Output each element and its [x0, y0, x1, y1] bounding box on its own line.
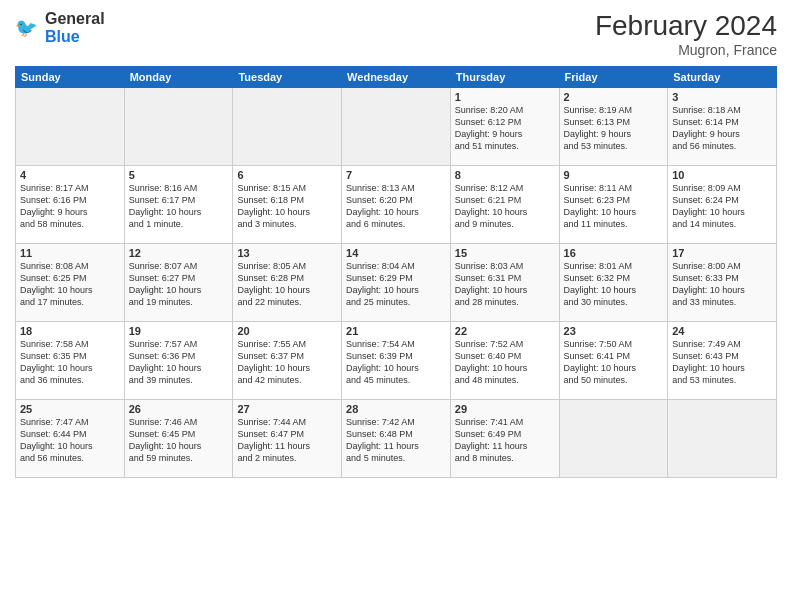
day-number: 12 [129, 247, 229, 259]
calendar-day-header: Sunday [16, 67, 125, 88]
day-info: Sunrise: 7:44 AM Sunset: 6:47 PM Dayligh… [237, 416, 337, 465]
calendar-cell: 22Sunrise: 7:52 AM Sunset: 6:40 PM Dayli… [450, 322, 559, 400]
calendar-cell: 14Sunrise: 8:04 AM Sunset: 6:29 PM Dayli… [342, 244, 451, 322]
day-info: Sunrise: 7:58 AM Sunset: 6:35 PM Dayligh… [20, 338, 120, 387]
day-number: 1 [455, 91, 555, 103]
calendar-day-header: Wednesday [342, 67, 451, 88]
day-info: Sunrise: 8:09 AM Sunset: 6:24 PM Dayligh… [672, 182, 772, 231]
calendar-cell: 18Sunrise: 7:58 AM Sunset: 6:35 PM Dayli… [16, 322, 125, 400]
calendar-cell: 6Sunrise: 8:15 AM Sunset: 6:18 PM Daylig… [233, 166, 342, 244]
day-number: 25 [20, 403, 120, 415]
calendar-cell: 29Sunrise: 7:41 AM Sunset: 6:49 PM Dayli… [450, 400, 559, 478]
day-number: 15 [455, 247, 555, 259]
day-number: 18 [20, 325, 120, 337]
logo-bird-icon: 🐦 [15, 14, 43, 42]
day-info: Sunrise: 7:50 AM Sunset: 6:41 PM Dayligh… [564, 338, 664, 387]
calendar-cell: 3Sunrise: 8:18 AM Sunset: 6:14 PM Daylig… [668, 88, 777, 166]
calendar-cell: 13Sunrise: 8:05 AM Sunset: 6:28 PM Dayli… [233, 244, 342, 322]
day-number: 23 [564, 325, 664, 337]
day-number: 13 [237, 247, 337, 259]
day-info: Sunrise: 8:08 AM Sunset: 6:25 PM Dayligh… [20, 260, 120, 309]
day-info: Sunrise: 7:47 AM Sunset: 6:44 PM Dayligh… [20, 416, 120, 465]
day-info: Sunrise: 7:41 AM Sunset: 6:49 PM Dayligh… [455, 416, 555, 465]
calendar-cell [124, 88, 233, 166]
day-info: Sunrise: 8:20 AM Sunset: 6:12 PM Dayligh… [455, 104, 555, 153]
calendar-cell [342, 88, 451, 166]
calendar-cell: 1Sunrise: 8:20 AM Sunset: 6:12 PM Daylig… [450, 88, 559, 166]
calendar-day-header: Saturday [668, 67, 777, 88]
day-number: 20 [237, 325, 337, 337]
day-number: 19 [129, 325, 229, 337]
calendar-week-row: 25Sunrise: 7:47 AM Sunset: 6:44 PM Dayli… [16, 400, 777, 478]
calendar-cell: 10Sunrise: 8:09 AM Sunset: 6:24 PM Dayli… [668, 166, 777, 244]
svg-text:🐦: 🐦 [15, 16, 38, 38]
day-info: Sunrise: 8:19 AM Sunset: 6:13 PM Dayligh… [564, 104, 664, 153]
day-number: 10 [672, 169, 772, 181]
calendar-cell: 7Sunrise: 8:13 AM Sunset: 6:20 PM Daylig… [342, 166, 451, 244]
day-info: Sunrise: 7:52 AM Sunset: 6:40 PM Dayligh… [455, 338, 555, 387]
day-info: Sunrise: 7:46 AM Sunset: 6:45 PM Dayligh… [129, 416, 229, 465]
day-info: Sunrise: 7:55 AM Sunset: 6:37 PM Dayligh… [237, 338, 337, 387]
calendar-cell: 26Sunrise: 7:46 AM Sunset: 6:45 PM Dayli… [124, 400, 233, 478]
day-info: Sunrise: 8:11 AM Sunset: 6:23 PM Dayligh… [564, 182, 664, 231]
day-info: Sunrise: 7:54 AM Sunset: 6:39 PM Dayligh… [346, 338, 446, 387]
day-number: 6 [237, 169, 337, 181]
calendar-cell: 4Sunrise: 8:17 AM Sunset: 6:16 PM Daylig… [16, 166, 125, 244]
day-number: 4 [20, 169, 120, 181]
day-number: 29 [455, 403, 555, 415]
day-info: Sunrise: 8:07 AM Sunset: 6:27 PM Dayligh… [129, 260, 229, 309]
day-number: 24 [672, 325, 772, 337]
calendar-cell: 23Sunrise: 7:50 AM Sunset: 6:41 PM Dayli… [559, 322, 668, 400]
day-info: Sunrise: 8:18 AM Sunset: 6:14 PM Dayligh… [672, 104, 772, 153]
calendar-cell: 8Sunrise: 8:12 AM Sunset: 6:21 PM Daylig… [450, 166, 559, 244]
calendar-cell: 16Sunrise: 8:01 AM Sunset: 6:32 PM Dayli… [559, 244, 668, 322]
day-info: Sunrise: 7:57 AM Sunset: 6:36 PM Dayligh… [129, 338, 229, 387]
calendar-cell: 27Sunrise: 7:44 AM Sunset: 6:47 PM Dayli… [233, 400, 342, 478]
day-info: Sunrise: 8:01 AM Sunset: 6:32 PM Dayligh… [564, 260, 664, 309]
day-info: Sunrise: 7:49 AM Sunset: 6:43 PM Dayligh… [672, 338, 772, 387]
calendar-cell: 21Sunrise: 7:54 AM Sunset: 6:39 PM Dayli… [342, 322, 451, 400]
day-number: 7 [346, 169, 446, 181]
calendar-cell: 25Sunrise: 7:47 AM Sunset: 6:44 PM Dayli… [16, 400, 125, 478]
calendar-week-row: 4Sunrise: 8:17 AM Sunset: 6:16 PM Daylig… [16, 166, 777, 244]
calendar-day-header: Thursday [450, 67, 559, 88]
month-year-title: February 2024 [595, 10, 777, 42]
day-info: Sunrise: 8:04 AM Sunset: 6:29 PM Dayligh… [346, 260, 446, 309]
calendar-week-row: 18Sunrise: 7:58 AM Sunset: 6:35 PM Dayli… [16, 322, 777, 400]
calendar-cell: 17Sunrise: 8:00 AM Sunset: 6:33 PM Dayli… [668, 244, 777, 322]
day-info: Sunrise: 8:05 AM Sunset: 6:28 PM Dayligh… [237, 260, 337, 309]
title-block: February 2024 Mugron, France [595, 10, 777, 58]
calendar-cell: 24Sunrise: 7:49 AM Sunset: 6:43 PM Dayli… [668, 322, 777, 400]
calendar-week-row: 11Sunrise: 8:08 AM Sunset: 6:25 PM Dayli… [16, 244, 777, 322]
day-number: 17 [672, 247, 772, 259]
day-info: Sunrise: 8:03 AM Sunset: 6:31 PM Dayligh… [455, 260, 555, 309]
day-number: 26 [129, 403, 229, 415]
logo: 🐦 General Blue [15, 10, 105, 45]
calendar-cell [668, 400, 777, 478]
day-info: Sunrise: 8:13 AM Sunset: 6:20 PM Dayligh… [346, 182, 446, 231]
calendar-cell: 19Sunrise: 7:57 AM Sunset: 6:36 PM Dayli… [124, 322, 233, 400]
header: 🐦 General Blue February 2024 Mugron, Fra… [15, 10, 777, 58]
calendar-cell: 12Sunrise: 8:07 AM Sunset: 6:27 PM Dayli… [124, 244, 233, 322]
calendar-cell: 2Sunrise: 8:19 AM Sunset: 6:13 PM Daylig… [559, 88, 668, 166]
day-number: 14 [346, 247, 446, 259]
calendar-cell: 28Sunrise: 7:42 AM Sunset: 6:48 PM Dayli… [342, 400, 451, 478]
day-info: Sunrise: 8:16 AM Sunset: 6:17 PM Dayligh… [129, 182, 229, 231]
calendar-cell [16, 88, 125, 166]
calendar-cell [233, 88, 342, 166]
page: 🐦 General Blue February 2024 Mugron, Fra… [0, 0, 792, 612]
day-number: 28 [346, 403, 446, 415]
logo-text: General Blue [45, 10, 105, 45]
calendar-cell: 9Sunrise: 8:11 AM Sunset: 6:23 PM Daylig… [559, 166, 668, 244]
day-info: Sunrise: 7:42 AM Sunset: 6:48 PM Dayligh… [346, 416, 446, 465]
calendar-cell: 15Sunrise: 8:03 AM Sunset: 6:31 PM Dayli… [450, 244, 559, 322]
day-number: 2 [564, 91, 664, 103]
calendar-cell: 20Sunrise: 7:55 AM Sunset: 6:37 PM Dayli… [233, 322, 342, 400]
calendar-table: SundayMondayTuesdayWednesdayThursdayFrid… [15, 66, 777, 478]
day-number: 16 [564, 247, 664, 259]
day-number: 22 [455, 325, 555, 337]
day-info: Sunrise: 8:12 AM Sunset: 6:21 PM Dayligh… [455, 182, 555, 231]
location-subtitle: Mugron, France [595, 42, 777, 58]
day-number: 5 [129, 169, 229, 181]
day-info: Sunrise: 8:15 AM Sunset: 6:18 PM Dayligh… [237, 182, 337, 231]
